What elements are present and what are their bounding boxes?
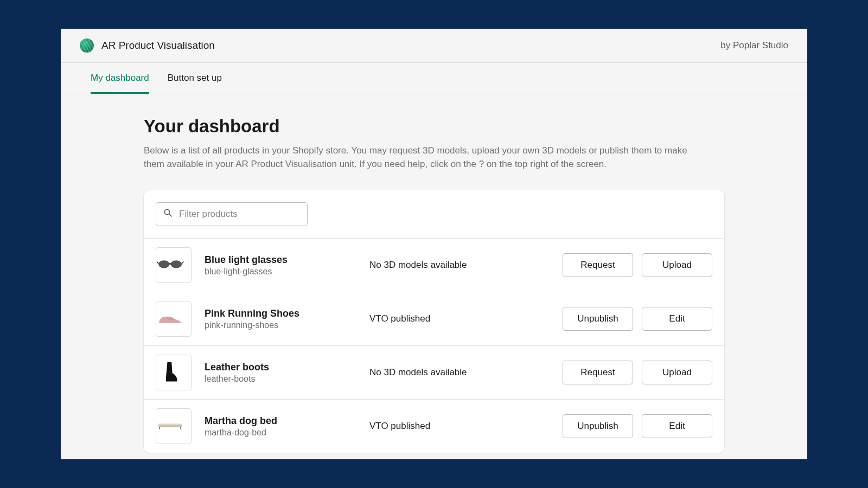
glasses-icon	[156, 256, 191, 275]
product-status: VTO published	[369, 313, 550, 324]
app-window: AR Product Visualisation by Poplar Studi…	[61, 29, 807, 459]
filter-input[interactable]	[179, 209, 301, 220]
product-thumb	[156, 408, 192, 444]
svg-rect-5	[158, 423, 182, 425]
svg-rect-2	[169, 263, 171, 265]
search-icon	[163, 208, 174, 221]
byline: by Poplar Studio	[720, 40, 788, 51]
filter-wrap	[144, 202, 724, 238]
tabs: My dashboard Button set up	[61, 63, 807, 94]
tab-label: Button set up	[168, 73, 222, 83]
unpublish-button[interactable]: Unpublish	[563, 414, 633, 438]
svg-rect-3	[159, 323, 182, 324]
product-thumb	[156, 247, 192, 283]
tab-my-dashboard[interactable]: My dashboard	[91, 63, 149, 94]
svg-point-0	[158, 260, 169, 268]
product-row: Martha dog bed martha-dog-bed VTO publis…	[144, 399, 724, 453]
product-row: Pink Running Shoes pink-running-shoes VT…	[144, 292, 724, 345]
product-slug: martha-dog-bed	[205, 428, 356, 438]
product-actions: Unpublish Edit	[563, 307, 712, 331]
app-logo-icon	[80, 38, 94, 53]
page-title: Your dashboard	[144, 116, 724, 137]
product-actions: Request Upload	[563, 253, 712, 277]
svg-point-1	[171, 260, 182, 268]
product-status: No 3D models available	[369, 367, 550, 378]
product-actions: Request Upload	[563, 361, 712, 384]
product-name-col: Leather boots leather-boots	[205, 362, 356, 384]
edit-button[interactable]: Edit	[642, 307, 712, 331]
product-name: Pink Running Shoes	[205, 308, 356, 319]
svg-rect-7	[180, 427, 181, 429]
svg-rect-4	[158, 425, 182, 427]
content: Your dashboard Below is a list of all pr…	[61, 94, 807, 459]
upload-button[interactable]: Upload	[642, 253, 712, 277]
header: AR Product Visualisation by Poplar Studi…	[61, 29, 807, 63]
pink-shoe-icon	[156, 310, 191, 329]
product-row: Blue light glasses blue-light-glasses No…	[144, 238, 724, 292]
edit-button[interactable]: Edit	[642, 414, 712, 438]
tab-button-set-up[interactable]: Button set up	[168, 63, 222, 94]
product-name-col: Pink Running Shoes pink-running-shoes	[205, 308, 356, 330]
product-name: Blue light glasses	[205, 254, 356, 266]
products-card: Blue light glasses blue-light-glasses No…	[144, 190, 724, 453]
app-title: AR Product Visualisation	[101, 40, 215, 52]
filter-field[interactable]	[156, 202, 308, 226]
boot-icon	[156, 358, 191, 388]
content-inner: Your dashboard Below is a list of all pr…	[144, 116, 724, 453]
product-thumb	[156, 301, 192, 337]
product-slug: pink-running-shoes	[205, 320, 356, 330]
product-row: Leather boots leather-boots No 3D models…	[144, 345, 724, 399]
product-status: VTO published	[369, 421, 550, 432]
unpublish-button[interactable]: Unpublish	[563, 307, 633, 331]
product-slug: blue-light-glasses	[205, 267, 356, 277]
page-description: Below is a list of all products in your …	[144, 144, 697, 171]
dog-bed-icon	[156, 417, 191, 436]
product-name: Martha dog bed	[205, 415, 356, 427]
svg-rect-6	[159, 427, 160, 429]
upload-button[interactable]: Upload	[642, 361, 712, 384]
request-button[interactable]: Request	[563, 361, 633, 384]
request-button[interactable]: Request	[563, 253, 633, 277]
tab-label: My dashboard	[91, 73, 149, 83]
product-thumb	[156, 355, 192, 390]
product-status: No 3D models available	[369, 260, 550, 271]
product-name-col: Martha dog bed martha-dog-bed	[205, 415, 356, 438]
product-slug: leather-boots	[205, 374, 356, 384]
header-left: AR Product Visualisation	[80, 38, 215, 53]
product-name-col: Blue light glasses blue-light-glasses	[205, 254, 356, 277]
product-name: Leather boots	[205, 362, 356, 373]
product-actions: Unpublish Edit	[563, 414, 712, 438]
